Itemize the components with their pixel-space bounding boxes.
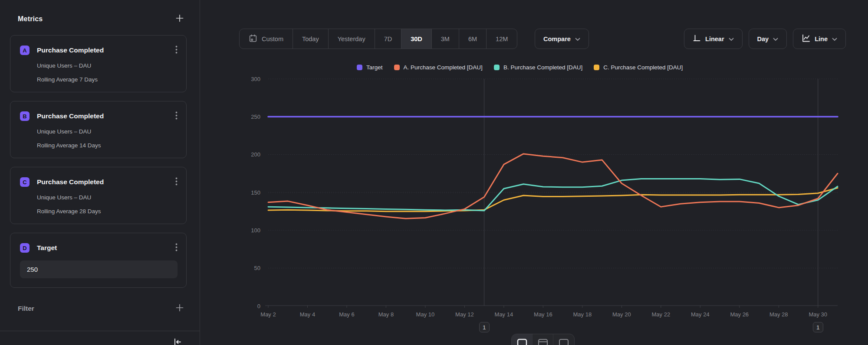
sidebar-title: Metrics [18, 15, 43, 23]
view-toggle-split-button[interactable] [533, 334, 553, 345]
view-toggle-chart-button[interactable] [512, 334, 533, 345]
x-axis-label: May 10 [416, 311, 435, 318]
x-axis-label: May 12 [455, 311, 474, 318]
kebab-menu-icon [175, 46, 178, 55]
y-axis-label: 150 [251, 189, 260, 196]
y-axis-label: 300 [251, 76, 260, 82]
metrics-sidebar: Metrics APurchase CompletedUnique Users … [0, 0, 200, 345]
annotation-badge[interactable]: 1 [479, 322, 490, 332]
x-axis-label: May 20 [612, 311, 631, 318]
metric-options-button[interactable] [175, 177, 178, 187]
x-axis-label: May 24 [691, 311, 710, 318]
x-axis-label: May 26 [730, 311, 749, 318]
metric-title: Purchase Completed [37, 178, 175, 186]
metric-card[interactable]: DTarget250 [10, 233, 187, 288]
annotation-badge[interactable]: 1 [813, 322, 823, 332]
x-axis-label: May 28 [769, 311, 788, 318]
x-axis-label: May 30 [809, 311, 827, 318]
plus-icon [175, 303, 184, 313]
analytics-app: { "sidebar": { "title": "Metrics", "add_… [0, 0, 868, 345]
metric-subtitle-rolling: Rolling Average 28 Days [37, 208, 178, 215]
add-filter-button[interactable] [175, 303, 184, 313]
sidebar-divider [0, 331, 200, 331]
kebab-menu-icon [175, 177, 178, 187]
y-axis-label: 0 [257, 303, 260, 309]
metric-letter-badge: B [20, 111, 30, 121]
collapse-sidebar-button[interactable] [173, 337, 182, 345]
metric-subtitle-measure: Unique Users – DAU [37, 194, 178, 201]
chart-view-icon [516, 338, 528, 345]
metric-card[interactable]: BPurchase CompletedUnique Users – DAURol… [10, 101, 187, 158]
target-value-input[interactable]: 250 [20, 260, 178, 278]
metric-subtitle-rolling: Rolling Average 14 Days [37, 142, 178, 149]
metric-letter-badge: D [20, 243, 30, 253]
view-toggle-table-button[interactable] [553, 334, 574, 345]
x-axis-label: May 18 [573, 311, 592, 318]
metric-subtitle-measure: Unique Users – DAU [37, 62, 178, 69]
x-axis-label: May 8 [378, 311, 394, 318]
metric-options-button[interactable] [175, 111, 178, 121]
x-axis-label: May 4 [300, 311, 315, 318]
view-toggle [511, 334, 575, 345]
metric-letter-badge: A [20, 46, 30, 55]
kebab-menu-icon [175, 111, 178, 121]
x-axis-label: May 6 [339, 311, 354, 318]
metric-options-button[interactable] [175, 46, 178, 55]
metric-title: Purchase Completed [37, 46, 175, 54]
chart-panel: CustomTodayYesterday7D30D3M6M12M Compare… [200, 0, 868, 345]
split-view-icon [537, 338, 549, 345]
metric-subtitle-measure: Unique Users – DAU [37, 128, 178, 135]
add-metric-button[interactable] [175, 14, 184, 24]
metric-title: Target [37, 244, 175, 252]
y-axis-label: 100 [251, 227, 260, 234]
metric-card[interactable]: CPurchase CompletedUnique Users – DAURol… [10, 167, 187, 224]
metric-options-button[interactable] [175, 243, 178, 253]
x-axis-label: May 22 [652, 311, 671, 318]
plus-icon [175, 14, 184, 24]
metric-subtitle-rolling: Rolling Average 7 Days [37, 76, 178, 83]
y-axis-label: 200 [251, 151, 260, 158]
line-chart[interactable]: 050100150200250300May 2May 4May 6May 8Ma… [200, 0, 868, 345]
collapse-sidebar-icon [173, 337, 182, 345]
x-axis-label: May 2 [260, 311, 276, 318]
metric-title: Purchase Completed [37, 112, 175, 120]
y-axis-label: 250 [251, 114, 260, 120]
x-axis-label: May 16 [534, 311, 552, 318]
kebab-menu-icon [175, 243, 178, 253]
y-axis-label: 50 [254, 265, 260, 271]
metric-letter-badge: C [20, 177, 30, 187]
x-axis-label: May 14 [495, 311, 513, 318]
filter-section-title: Filter [18, 305, 34, 312]
table-view-icon [558, 338, 569, 345]
metric-card[interactable]: APurchase CompletedUnique Users – DAURol… [10, 35, 187, 92]
metric-card-list: APurchase CompletedUnique Users – DAURol… [0, 35, 200, 288]
